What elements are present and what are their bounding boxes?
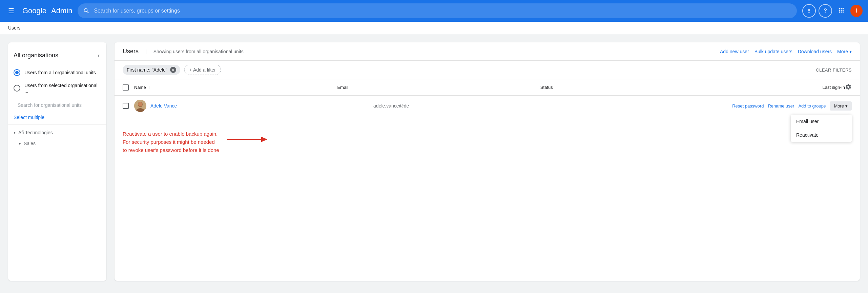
select-multiple-btn[interactable]: Select multiple	[8, 113, 106, 121]
org-unit-radio-group: Users from all organisational units User…	[8, 66, 106, 97]
chevron-down-icon: ▾	[14, 130, 16, 135]
filter-chip-close-btn[interactable]: ✕	[170, 67, 176, 73]
row-checkbox[interactable]	[123, 103, 129, 109]
header-actions: 8 ? I	[802, 4, 863, 18]
title-separator: |	[145, 49, 147, 54]
filters-row: First name: "Adele" ✕ + Add a filter CLE…	[115, 61, 860, 79]
breadcrumb: Users	[0, 22, 868, 34]
table-header: Name ↑ Email Status Last sign-in	[115, 79, 860, 96]
info-message-text: Reactivate a user to enable backup again…	[123, 130, 219, 154]
org-child-label: Sales	[24, 141, 36, 146]
more-dropdown-menu: Email user Reactivate	[791, 115, 852, 142]
sidebar-divider	[8, 124, 106, 124]
svg-marker-5	[261, 137, 267, 142]
header-more-btn[interactable]: More ▾	[837, 49, 852, 54]
info-arrow-icon	[227, 133, 268, 146]
main-container: All organisations ‹ Users from all organ…	[0, 34, 868, 289]
reset-password-btn[interactable]: Reset password	[732, 103, 764, 109]
arrow-graphic	[227, 133, 268, 146]
sort-arrow-icon: ↑	[148, 85, 150, 90]
col-status-header: Status	[540, 85, 642, 90]
sidebar-collapse-btn[interactable]: ‹	[96, 51, 101, 60]
radio-selected-indicator	[14, 69, 20, 76]
chevron-down-icon: ▾	[849, 49, 852, 54]
sidebar-title: All organisations	[14, 52, 58, 59]
user-actions: Reset password Rename user Add to groups…	[732, 101, 852, 111]
help-btn[interactable]: ?	[819, 4, 832, 18]
checkbox-row[interactable]	[123, 103, 129, 109]
menu-icon[interactable]: ☰	[5, 4, 17, 18]
content-header: Users | Showing users from all organisat…	[115, 42, 860, 61]
app-logo: Google Admin	[22, 6, 72, 15]
filter-chip-label: First name: "Adele"	[127, 67, 167, 73]
sidebar: All organisations ‹ Users from all organ…	[8, 42, 106, 281]
table-row: Adele Vance adele.vance@de Reset passwor…	[115, 96, 860, 116]
breadcrumb-label: Users	[8, 25, 21, 31]
bulk-update-users-btn[interactable]: Bulk update users	[755, 49, 792, 54]
org-item-afi[interactable]: ▾ Afi Technologies	[8, 127, 106, 138]
col-name-label: Name	[134, 85, 146, 90]
more-label: More	[834, 103, 844, 109]
org-item-label: Afi Technologies	[18, 130, 53, 135]
sidebar-header: All organisations ‹	[8, 48, 106, 66]
apps-icon[interactable]	[835, 4, 848, 18]
chevron-down-icon: ▾	[845, 103, 848, 109]
search-input[interactable]	[94, 8, 791, 14]
clear-filters-btn[interactable]: CLEAR FILTERS	[816, 67, 852, 73]
org-search-placeholder: Search for organisational units	[18, 102, 82, 108]
radio-selected-org-units[interactable]: Users from selected organisational ...	[11, 79, 104, 97]
user-avatar[interactable]: I	[850, 5, 863, 17]
add-filter-btn[interactable]: + Add a filter	[184, 65, 221, 75]
user-name-cell: Adele Vance	[134, 100, 373, 112]
col-last-signin-header: Last sign-in	[642, 85, 845, 90]
row-more-btn[interactable]: More ▾	[830, 101, 852, 111]
radio-all-org-label: Users from all organisational units	[24, 70, 96, 75]
settings-icon[interactable]	[845, 83, 852, 91]
user-name-label[interactable]: Adele Vance	[150, 103, 373, 109]
select-all-checkbox[interactable]	[123, 84, 129, 91]
active-filter-chip: First name: "Adele" ✕	[123, 65, 180, 75]
app-header: ☰ Google Admin 8 ? I	[0, 0, 868, 22]
radio-unselected-indicator	[14, 85, 20, 92]
user-photo	[134, 100, 146, 112]
user-avatar-img	[134, 100, 146, 112]
add-filter-label: + Add a filter	[189, 67, 216, 73]
col-name-header[interactable]: Name ↑	[134, 85, 337, 90]
info-message-area: Reactivate a user to enable backup again…	[115, 116, 860, 168]
col-email-header: Email	[337, 85, 540, 90]
page-title: Users	[123, 48, 139, 55]
dropdown-email-user[interactable]: Email user	[791, 115, 852, 128]
support-btn[interactable]: 8	[802, 4, 816, 18]
download-users-btn[interactable]: Download users	[798, 49, 832, 54]
svg-point-3	[138, 102, 142, 106]
global-search-bar[interactable]	[78, 3, 797, 18]
org-item-sales[interactable]: ▸ Sales	[8, 138, 106, 149]
org-unit-search[interactable]: Search for organisational units	[14, 100, 101, 111]
user-email-value: adele.vance@de	[373, 103, 409, 109]
radio-selected-org-label: Users from selected organisational ...	[24, 83, 101, 94]
add-new-user-btn[interactable]: Add new user	[720, 49, 749, 54]
logo-google: Google	[22, 6, 46, 15]
radio-all-org-units[interactable]: Users from all organisational units	[11, 66, 104, 79]
rename-user-btn[interactable]: Rename user	[768, 103, 794, 109]
page-subtitle: Showing users from all organisational un…	[153, 49, 244, 54]
content-panel: Users | Showing users from all organisat…	[115, 42, 860, 281]
add-to-groups-btn[interactable]: Add to groups	[798, 103, 826, 109]
content-actions: Add new user Bulk update users Download …	[720, 49, 852, 54]
user-email-cell: adele.vance@de	[373, 103, 613, 109]
checkbox-all[interactable]	[123, 84, 129, 91]
search-icon	[83, 7, 90, 14]
dropdown-reactivate[interactable]: Reactivate	[791, 128, 852, 142]
chevron-right-icon: ▸	[19, 141, 21, 146]
logo-admin: Admin	[51, 6, 72, 15]
